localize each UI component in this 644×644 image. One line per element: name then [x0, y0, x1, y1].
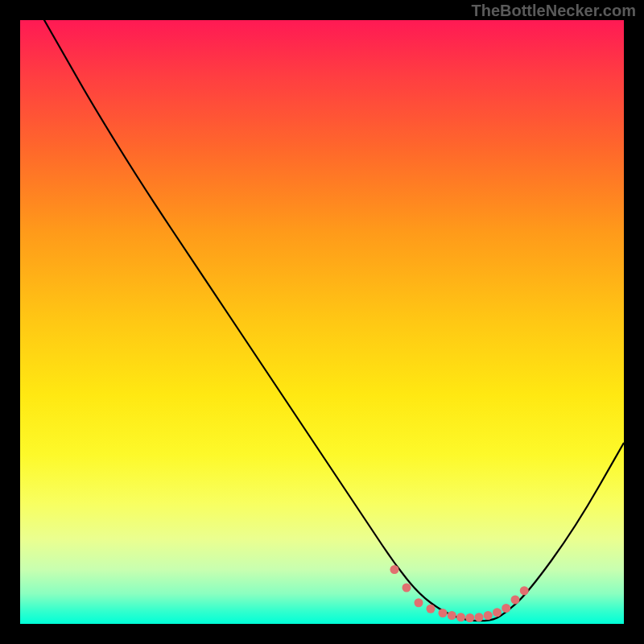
highlight-dot	[475, 613, 484, 621]
highlight-dot	[493, 608, 502, 617]
highlight-dot	[502, 604, 510, 613]
highlight-dots-group	[390, 565, 529, 622]
highlight-dot	[456, 613, 465, 621]
highlight-dot	[484, 611, 493, 620]
highlight-dot	[390, 565, 399, 574]
highlight-dot	[427, 605, 436, 613]
highlight-dot	[511, 596, 520, 605]
highlight-dot	[465, 613, 474, 622]
highlight-dot	[520, 586, 529, 595]
highlight-dot	[415, 598, 423, 607]
highlight-dot	[402, 584, 411, 592]
bottleneck-curve	[20, 0, 624, 621]
curve-layer	[20, 20, 624, 624]
highlight-dot	[448, 611, 456, 620]
attribution-text: TheBottleNecker.com	[471, 2, 636, 20]
highlight-dot	[439, 609, 448, 617]
chart-wrapper: TheBottleNecker.com	[0, 0, 644, 644]
